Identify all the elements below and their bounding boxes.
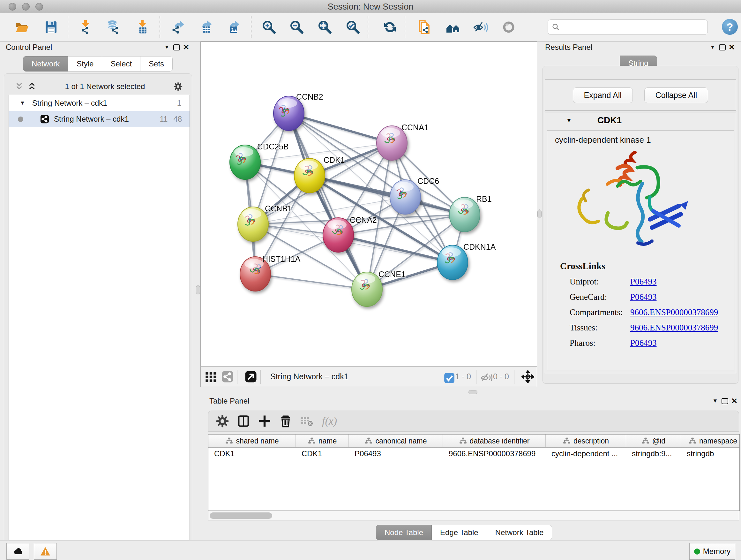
fit-selected-crosshair-icon[interactable] [522, 370, 534, 383]
bottom-splitter-handle[interactable] [468, 390, 477, 394]
export-network-button[interactable] [170, 19, 185, 35]
table-panel-close-icon[interactable]: ✕ [730, 397, 739, 405]
column-header-description[interactable]: description [546, 435, 626, 447]
node-table[interactable]: shared namenamecanonical namedatabase id… [208, 434, 740, 511]
birds-eye-grid-icon[interactable] [205, 370, 217, 383]
tab-edge-table[interactable]: Edge Table [432, 525, 487, 540]
export-table-button[interactable] [197, 19, 212, 35]
table-cell: CDK1 [208, 449, 296, 458]
selected-checkbox-icon[interactable] [443, 372, 453, 382]
warnings-button[interactable] [34, 543, 57, 560]
node-label-CCNA1: CCNA1 [401, 123, 428, 132]
edge-count: 48 [173, 115, 182, 124]
tab-node-table[interactable]: Node Table [376, 525, 432, 540]
node-CCNE1[interactable] [352, 272, 382, 307]
scrollbar-thumb[interactable] [210, 512, 272, 519]
results-panel-close-icon[interactable]: ✕ [727, 43, 737, 51]
export-image-button[interactable] [225, 19, 240, 35]
crosslink-link[interactable]: P06493 [630, 338, 657, 348]
node-CCNA2[interactable] [323, 218, 354, 252]
crosslink-link[interactable]: P06493 [630, 292, 657, 302]
table-gear-icon[interactable] [215, 414, 229, 428]
hide-glasses-button[interactable] [473, 19, 488, 35]
network-row-selected[interactable]: String Network – cdk1 11 48 [9, 111, 190, 127]
table-columns-icon[interactable] [237, 414, 251, 428]
memory-button[interactable]: Memory [689, 543, 735, 560]
show-eye-button[interactable] [501, 19, 516, 35]
table-delete-row-icon[interactable] [279, 414, 293, 428]
column-header-namespace[interactable]: namespace [681, 435, 740, 447]
collapse-all-button[interactable]: Collapse All [644, 87, 709, 103]
crosslink-link[interactable]: P06493 [630, 277, 657, 287]
table-header-row: shared namenamecanonical namedatabase id… [208, 435, 739, 448]
section-collapse-icon[interactable]: ▼ [566, 117, 572, 124]
results-panel-collapse-icon[interactable]: ▼ [708, 43, 718, 51]
column-header-name[interactable]: name [296, 435, 349, 447]
crosslink-link[interactable]: 9606.ENSP00000378699 [630, 307, 718, 317]
share-document-button[interactable] [417, 19, 432, 35]
node-result-section: ▼ CDK1 cyclin-dependent kinase 1 [545, 112, 736, 373]
tab-select[interactable]: Select [102, 56, 140, 71]
column-header-database-identifier[interactable]: database identifier [443, 435, 546, 447]
zoom-selected-button[interactable] [345, 19, 360, 35]
table-destroy-icon[interactable] [300, 414, 314, 428]
search-input[interactable] [548, 19, 708, 35]
network-tab-content: 1 of 1 Network selected ▼ String Network… [4, 73, 192, 560]
table-panel-float-icon[interactable] [720, 397, 730, 405]
toolbar-separator [405, 16, 405, 38]
zoom-out-button[interactable] [289, 19, 305, 35]
zoom-fit-button[interactable] [317, 19, 333, 35]
cloud-button[interactable] [6, 543, 29, 560]
zoom-in-button[interactable] [261, 19, 277, 35]
node-CCNB1[interactable] [238, 207, 268, 241]
save-session-button[interactable] [44, 19, 59, 35]
column-header-canonical-name[interactable]: canonical name [349, 435, 443, 447]
control-panel-float-icon[interactable] [172, 43, 181, 51]
table-panel-collapse-icon[interactable]: ▼ [711, 397, 720, 405]
node-RB1[interactable] [449, 197, 480, 232]
import-table-button[interactable] [135, 19, 150, 35]
control-panel-close-icon[interactable]: ✕ [181, 43, 191, 51]
help-button[interactable]: ? [722, 19, 738, 35]
network-collection-row[interactable]: ▼ String Network – cdk1 1 [9, 95, 190, 111]
function-builder-icon[interactable]: f(x) [322, 415, 337, 427]
memory-label: Memory [703, 547, 731, 556]
refresh-button[interactable] [382, 19, 398, 35]
column-header-shared-name[interactable]: shared name [208, 435, 296, 447]
crosslink-label: GeneCard: [569, 292, 630, 302]
table-horizontal-scrollbar[interactable] [208, 511, 739, 520]
right-splitter-handle[interactable] [537, 209, 542, 219]
node-CDK1[interactable] [294, 159, 325, 193]
node-CDC6[interactable] [390, 180, 421, 214]
collection-expand-icon[interactable]: ▼ [20, 100, 25, 106]
crosslink-link[interactable]: 9606.ENSP00000378699 [630, 323, 718, 333]
expand-all-button[interactable]: Expand All [573, 87, 633, 103]
import-network-button[interactable] [78, 19, 93, 35]
table-row[interactable]: CDK1CDK1P064939606.ENSP00000378699cyclin… [208, 448, 739, 460]
results-panel-float-icon[interactable] [718, 43, 727, 51]
left-splitter-handle[interactable] [196, 286, 200, 294]
control-panel-collapse-icon[interactable]: ▼ [162, 43, 172, 51]
node-CCNB2[interactable] [273, 96, 304, 131]
results-panel-title: Results Panel [545, 43, 592, 52]
open-in-new-window-icon[interactable] [245, 370, 257, 383]
network-options-gear-icon[interactable] [173, 82, 183, 91]
expand-all-networks-icon[interactable] [27, 82, 37, 91]
home-pages-button[interactable] [446, 19, 461, 35]
edge [289, 113, 367, 289]
node-CDC25B[interactable] [230, 145, 260, 179]
import-network-from-database-button[interactable] [106, 19, 121, 35]
search-field[interactable] [563, 22, 708, 32]
column-header-at-id[interactable]: @id [626, 435, 681, 447]
network-graph[interactable]: CCNB2CCNA1CDC25BCDK1CDC6RB1CCNB1CCNA2CDK… [200, 42, 537, 367]
tab-network-table[interactable]: Network Table [487, 525, 552, 540]
open-session-button[interactable] [14, 19, 29, 35]
toolbar-separator [159, 16, 160, 38]
table-add-icon[interactable] [258, 414, 272, 428]
collapse-all-networks-icon[interactable] [14, 82, 24, 91]
tab-sets[interactable]: Sets [140, 56, 173, 71]
node-label-CDK1: CDK1 [324, 155, 345, 165]
network-share-icon[interactable] [221, 370, 234, 383]
tab-network[interactable]: Network [23, 56, 68, 71]
tab-style[interactable]: Style [68, 56, 102, 71]
